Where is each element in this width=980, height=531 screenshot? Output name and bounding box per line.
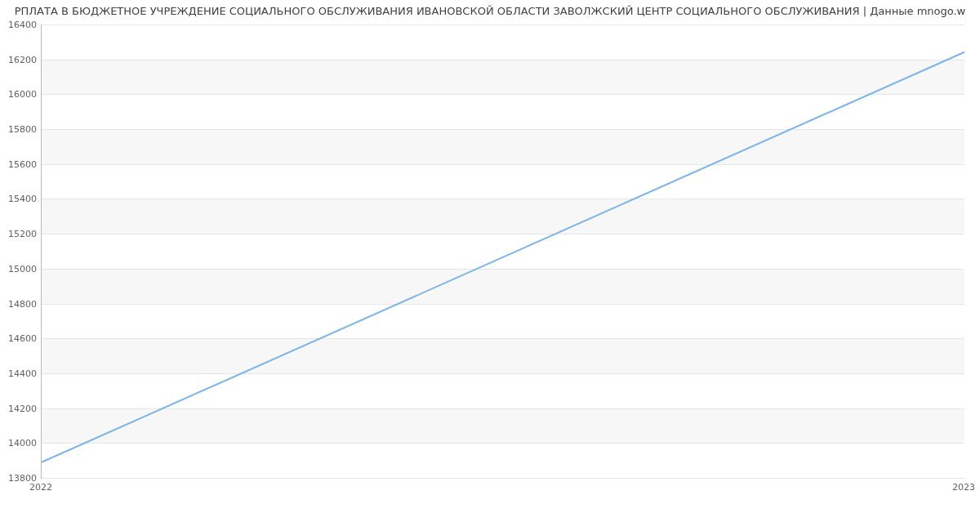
y-tick-label: 15200 <box>2 229 37 239</box>
y-tick-label: 15000 <box>2 263 37 274</box>
y-tick-label: 16000 <box>2 89 37 100</box>
gridline <box>42 478 964 479</box>
plot-area <box>41 25 964 479</box>
y-tick-label: 14800 <box>2 298 37 309</box>
y-tick-label: 16200 <box>2 54 37 65</box>
y-tick-label: 15400 <box>2 194 37 204</box>
x-tick-label: 2022 <box>29 482 52 493</box>
chart-line-layer <box>42 25 964 478</box>
y-tick-label: 15800 <box>2 124 37 135</box>
chart-title: РПЛАТА В БЮДЖЕТНОЕ УЧРЕЖДЕНИЕ СОЦИАЛЬНОГ… <box>0 5 980 17</box>
y-tick-label: 14000 <box>2 438 37 448</box>
y-tick-label: 14400 <box>2 368 37 378</box>
y-tick-label: 15600 <box>2 158 37 169</box>
series-line <box>42 52 964 462</box>
x-tick-label: 2023 <box>952 482 975 493</box>
y-tick-label: 14200 <box>2 403 37 413</box>
y-tick-label: 14600 <box>2 333 37 344</box>
y-tick-label: 16400 <box>2 20 37 30</box>
